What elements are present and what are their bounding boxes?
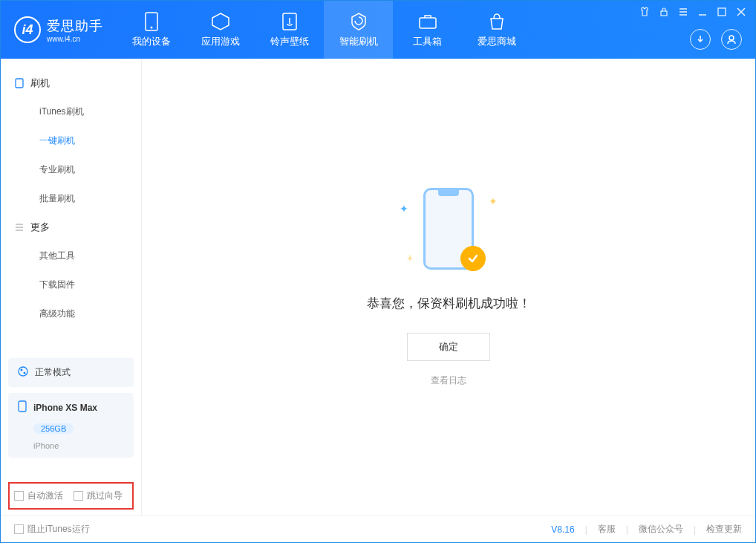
sidebar-item-itunes-flash[interactable]: iTunes刷机: [1, 97, 141, 126]
tab-toolbox[interactable]: 工具箱: [393, 1, 462, 59]
menu-icon[interactable]: [678, 7, 688, 17]
block-itunes-checkbox[interactable]: 阻止iTunes运行: [14, 523, 90, 536]
main-tabs: 我的设备 应用游戏 铃声壁纸 智能刷机 工具箱 爱思商城: [117, 1, 531, 59]
options-highlight-box: 自动激活 跳过向导: [8, 482, 134, 510]
svg-rect-3: [420, 18, 436, 28]
tab-my-device[interactable]: 我的设备: [117, 1, 186, 59]
mode-label: 正常模式: [35, 366, 71, 379]
main-content: ✦✦+ 恭喜您，保资料刷机成功啦！ 确定 查看日志: [142, 59, 755, 516]
account-button[interactable]: [721, 29, 742, 50]
ok-button[interactable]: 确定: [407, 333, 490, 361]
app-title: 爱思助手: [47, 17, 103, 35]
ringtone-icon: [280, 12, 299, 31]
app-subtitle: www.i4.cn: [47, 35, 103, 43]
svg-rect-5: [718, 8, 726, 16]
storage-badge: 256GB: [33, 423, 74, 434]
wechat-link[interactable]: 微信公众号: [639, 523, 683, 536]
close-button[interactable]: [736, 7, 746, 17]
support-link[interactable]: 客服: [598, 523, 616, 536]
success-illustration: ✦✦+: [397, 188, 501, 277]
svg-rect-7: [16, 79, 23, 88]
tab-smart-flash[interactable]: 智能刷机: [324, 1, 393, 59]
sidebar-item-batch-flash[interactable]: 批量刷机: [1, 184, 141, 213]
tab-store[interactable]: 爱思商城: [462, 1, 531, 59]
app-logo: i4 爱思助手 www.i4.cn: [1, 16, 117, 43]
sidebar-item-pro-flash[interactable]: 专业刷机: [1, 155, 141, 184]
mode-icon: [17, 365, 29, 380]
lock-icon[interactable]: [659, 7, 669, 17]
svg-point-9: [21, 369, 23, 371]
skip-guide-checkbox[interactable]: 跳过向导: [74, 490, 123, 502]
tab-ringtone[interactable]: 铃声壁纸: [255, 1, 324, 59]
device-icon: [17, 400, 27, 414]
checkmark-icon: [460, 246, 486, 271]
flash-icon: [349, 12, 368, 31]
device-name: iPhone XS Max: [33, 403, 97, 413]
sidebar-item-oneclick-flash[interactable]: 一键刷机: [1, 126, 141, 155]
tab-apps[interactable]: 应用游戏: [186, 1, 255, 59]
minimize-button[interactable]: [697, 7, 708, 17]
view-log-link[interactable]: 查看日志: [431, 374, 466, 387]
mode-card[interactable]: 正常模式: [8, 358, 134, 387]
check-update-link[interactable]: 检查更新: [706, 523, 742, 536]
toolbox-icon: [418, 12, 437, 31]
auto-activate-checkbox[interactable]: 自动激活: [14, 490, 63, 502]
store-icon: [487, 12, 506, 31]
sidebar: 刷机 iTunes刷机 一键刷机 专业刷机 批量刷机 更多 其他工具 下载固件 …: [1, 59, 142, 516]
sidebar-item-firmware[interactable]: 下载固件: [1, 270, 141, 299]
list-icon: [14, 222, 25, 233]
apps-icon: [211, 12, 230, 31]
logo-icon: i4: [14, 16, 41, 43]
footer: 阻止iTunes运行 V8.16 | 客服 | 微信公众号 | 检查更新: [1, 516, 755, 542]
maximize-button[interactable]: [717, 7, 727, 17]
svg-rect-11: [19, 401, 26, 412]
sidebar-group-more: 更多: [1, 213, 141, 241]
sidebar-item-other-tools[interactable]: 其他工具: [1, 241, 141, 270]
svg-rect-4: [661, 11, 667, 16]
phone-icon: [14, 78, 25, 88]
device-icon: [142, 12, 161, 31]
window-controls: [639, 7, 746, 17]
svg-point-10: [24, 372, 26, 374]
success-message: 恭喜您，保资料刷机成功啦！: [367, 295, 531, 312]
svg-point-6: [729, 36, 734, 40]
sidebar-group-flash: 刷机: [1, 69, 141, 97]
header: i4 爱思助手 www.i4.cn 我的设备 应用游戏 铃声壁纸 智能刷机 工具…: [1, 1, 755, 59]
download-button[interactable]: [690, 29, 711, 50]
device-card[interactable]: iPhone XS Max 256GB iPhone: [8, 393, 134, 458]
device-type: iPhone: [33, 441, 59, 450]
version-label: V8.16: [551, 524, 574, 535]
shirt-icon[interactable]: [639, 7, 650, 17]
sidebar-item-advanced[interactable]: 高级功能: [1, 299, 141, 328]
svg-point-8: [19, 367, 27, 376]
svg-point-1: [150, 26, 152, 28]
